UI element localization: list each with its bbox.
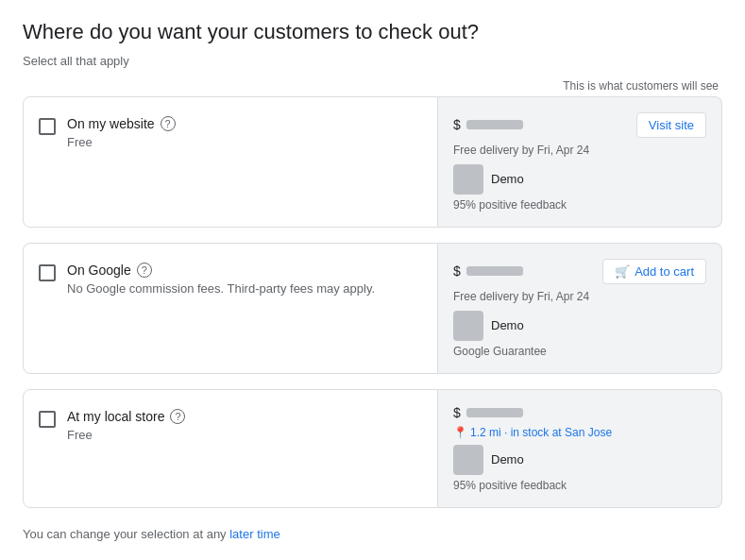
option-row-local: At my local store ? Free $ 📍 1.2 mi · in… xyxy=(23,389,722,508)
option-text-google: On Google ? No Google commission fees. T… xyxy=(67,263,375,296)
dollar-sign-website: $ xyxy=(453,117,461,132)
add-to-cart-button[interactable]: 🛒 Add to cart xyxy=(602,259,706,284)
seller-name-website: Demo xyxy=(491,172,524,186)
option-row-website: On my website ? Free $ Visit site Free d… xyxy=(23,96,722,228)
subtitle: Select all that apply xyxy=(23,54,722,68)
dollar-sign-local: $ xyxy=(453,405,461,420)
preview-price-row-website: $ Visit site xyxy=(453,112,706,138)
option-text-website: On my website ? Free xyxy=(67,116,176,149)
preview-price-row-local: $ xyxy=(453,405,706,420)
help-icon-website[interactable]: ? xyxy=(161,116,176,131)
seller-avatar-google xyxy=(453,311,483,341)
price-area-google: $ xyxy=(453,263,523,279)
checkbox-website[interactable] xyxy=(39,118,56,135)
option-label-website: On my website ? xyxy=(67,116,176,131)
seller-name-google: Demo xyxy=(491,318,524,332)
option-description-google: No Google commission fees. Third-party f… xyxy=(67,281,375,296)
option-row-google: On Google ? No Google commission fees. T… xyxy=(23,243,722,374)
seller-row-local: Demo xyxy=(453,445,706,475)
seller-row-website: Demo xyxy=(453,164,706,195)
page-title: Where do you want your customers to chec… xyxy=(23,19,722,46)
cart-icon: 🛒 xyxy=(615,264,630,279)
feedback-website: 95% positive feedback xyxy=(453,198,706,212)
option-right-local: $ 📍 1.2 mi · in stock at San Jose Demo 9… xyxy=(438,389,722,508)
price-area-local: $ xyxy=(453,405,523,420)
option-text-local: At my local store ? Free xyxy=(67,409,185,442)
preview-price-row-google: $ 🛒 Add to cart xyxy=(453,259,706,284)
help-icon-local[interactable]: ? xyxy=(170,409,185,424)
option-badge-local: Free xyxy=(67,428,185,442)
option-left-local: At my local store ? Free xyxy=(23,389,438,508)
delivery-google: Free delivery by Fri, Apr 24 xyxy=(453,290,706,303)
visit-site-button[interactable]: Visit site xyxy=(636,112,706,138)
seller-avatar-local xyxy=(453,445,483,475)
delivery-website: Free delivery by Fri, Apr 24 xyxy=(453,144,706,157)
seller-name-local: Demo xyxy=(491,452,524,467)
footer-text: You can change your selection at any lat… xyxy=(23,527,722,541)
price-bar-local xyxy=(466,408,523,417)
option-right-website: $ Visit site Free delivery by Fri, Apr 2… xyxy=(438,96,722,228)
price-area-website: $ xyxy=(453,117,523,132)
customer-see-label: This is what customers will see xyxy=(23,79,722,93)
option-right-google: $ 🛒 Add to cart Free delivery by Fri, Ap… xyxy=(438,243,722,374)
feedback-local: 95% positive feedback xyxy=(453,479,706,492)
help-icon-google[interactable]: ? xyxy=(137,263,152,278)
dollar-sign-google: $ xyxy=(453,263,461,279)
option-badge-website: Free xyxy=(67,135,176,149)
option-left-website: On my website ? Free xyxy=(23,96,438,228)
price-bar-website xyxy=(466,120,523,129)
price-bar-google xyxy=(466,266,523,276)
option-label-local: At my local store ? xyxy=(67,409,185,424)
options-container: On my website ? Free $ Visit site Free d… xyxy=(23,96,722,523)
google-guarantee-label: Google Guarantee xyxy=(453,345,706,358)
pin-icon: 📍 xyxy=(453,426,467,439)
checkbox-local[interactable] xyxy=(39,411,56,428)
seller-row-google: Demo xyxy=(453,311,706,341)
local-distance: 📍 1.2 mi · in stock at San Jose xyxy=(453,426,706,439)
later-time-link[interactable]: later time xyxy=(229,527,279,541)
checkbox-google[interactable] xyxy=(39,264,56,281)
seller-avatar-website xyxy=(453,164,483,195)
option-label-google: On Google ? xyxy=(67,263,375,278)
option-left-google: On Google ? No Google commission fees. T… xyxy=(23,243,438,374)
